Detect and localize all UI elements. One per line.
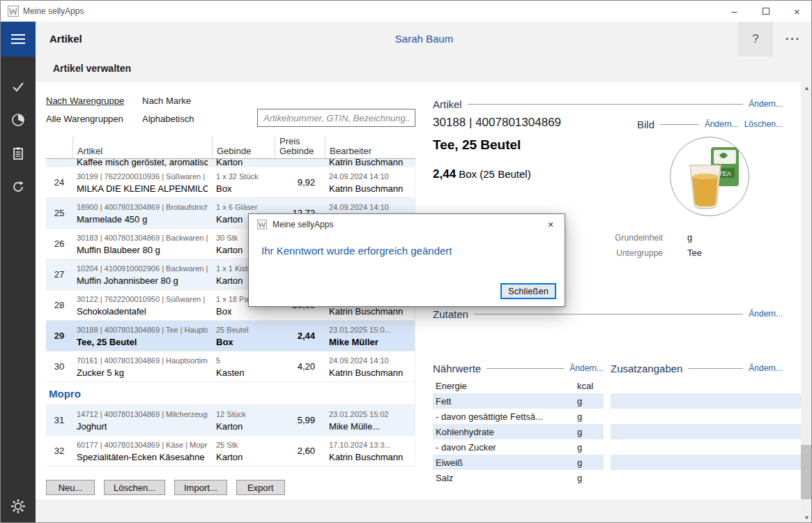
settings-gear-icon[interactable] (1, 492, 36, 520)
maximize-button[interactable] (750, 1, 781, 22)
table-row[interactable]: 3260177 | 4007801304869 | Käse | MoproSp… (46, 436, 415, 467)
table-row-partial[interactable]: Kaffee misch geröstet, aromatisch,... Ka… (46, 159, 415, 167)
artikel-aendern-link[interactable]: Ändern... (749, 99, 783, 109)
price-cell: 2,44 (275, 321, 325, 351)
gebinde-qty: 25 Stk (216, 439, 270, 450)
nutrient-unit: g (577, 411, 604, 422)
zusatz-row (611, 470, 801, 485)
chart-pie-icon[interactable] (1, 106, 36, 134)
row-number: 28 (46, 290, 72, 320)
message-dialog: Meine sellyApps × Ihr Kenntwort wurde er… (248, 213, 565, 307)
bild-aendern-link[interactable]: Ändern... (705, 119, 739, 129)
zusatz-row (611, 424, 801, 439)
sync-icon[interactable] (1, 173, 36, 201)
nutrient-unit: g (577, 396, 604, 407)
divider (474, 314, 743, 314)
minimize-button[interactable]: – (719, 1, 750, 22)
nutrient-label: - davon gesättigte Fettsä... (433, 411, 577, 422)
article-meta: 30122 | 7622200010950 | Süßwaren | Haup.… (77, 294, 208, 305)
tab-nach-warengruppe[interactable]: Nach Warengruppe (46, 94, 124, 108)
gebinde-unit: Box (216, 305, 270, 319)
delete-button[interactable]: Löschen... (104, 480, 165, 495)
hamburger-menu-icon[interactable] (1, 22, 36, 56)
help-button[interactable]: ? (738, 22, 773, 56)
edit-date: 17.10.2024 13:3... (329, 439, 411, 450)
scroll-up-icon[interactable]: ▲ (801, 82, 812, 94)
editor-name: Mike Müller (329, 335, 411, 349)
zusatz-row (611, 455, 801, 470)
user-name-link[interactable]: Sarah Baum (36, 22, 812, 56)
vertical-scrollbar[interactable]: ▲ ▼ (801, 82, 812, 523)
article-name: Joghurt (77, 420, 208, 434)
export-button[interactable]: Export (236, 480, 285, 495)
more-options-button[interactable]: ··· (778, 22, 809, 56)
price-cell: 2,60 (275, 436, 325, 466)
gebinde-cell: 25 BeutelBox (212, 321, 275, 351)
table-row[interactable]: 3070161 | 4007801304869 | Hauptsortiment… (46, 351, 415, 382)
section-artikel: Artikel Ändern... (433, 98, 783, 110)
section-bild: Bild Ändern... Löschen... (637, 118, 783, 130)
zusatz-row (611, 409, 801, 424)
zusatz-rows (611, 378, 801, 485)
section-bild-title: Bild (637, 119, 654, 130)
bild-loeschen-link[interactable]: Löschen... (744, 119, 783, 129)
gebinde-unit: Karton (216, 159, 270, 167)
nutrient-label: Kohlenhydrate (433, 427, 577, 437)
zutaten-aendern-link[interactable]: Ändern... (749, 309, 783, 319)
nutrient-row: - davon Zuckerg (433, 439, 604, 455)
row-number: 32 (46, 436, 72, 466)
scroll-down-icon[interactable]: ▼ (801, 512, 812, 523)
article-cell: 18900 | 4007801304869 | Brotaufstrich | … (72, 198, 212, 228)
article-name: Muffin Johannisbeer 80 g (77, 274, 208, 288)
article-image[interactable]: TEA (670, 137, 749, 216)
row-number: 24 (46, 167, 72, 197)
article-table-header: Artikel Gebinde PreisGebinde Bearbeiter (46, 137, 415, 159)
articles-clipboard-icon[interactable] (1, 139, 36, 167)
tab-nach-marke[interactable]: Nach Marke (142, 94, 191, 108)
new-button[interactable]: Neu... (46, 480, 95, 495)
article-meta: 60177 | 4007801304869 | Käse | Mopro (77, 439, 208, 450)
article-name: Marmelade 450 g (77, 213, 208, 227)
col-artikel[interactable]: Artikel (72, 137, 212, 158)
row-number: 29 (46, 321, 72, 351)
gebinde-qty: 1 x 32 Stück (216, 171, 270, 182)
editor-name: Katrin Buschmann (329, 182, 411, 196)
nutrient-unit: kcal (577, 381, 604, 391)
table-row[interactable]: 2930188 | 4007801304869 | Tee | Hauptsor… (46, 321, 415, 351)
dialog-schliessen-button[interactable]: Schließen (500, 283, 556, 299)
table-actions: Neu... Löschen... Import... Export (46, 480, 285, 495)
editor-cell: 24.09.2024 14:10Katrin Buschmann (325, 351, 415, 381)
nutrient-label: Eiweiß (433, 457, 577, 468)
editor-name: Mike Mülle... (329, 420, 411, 434)
tasks-check-icon[interactable] (1, 73, 36, 100)
table-row[interactable]: 3114712 | 4007801304869 | Milcherzeugnis… (46, 405, 415, 436)
import-button[interactable]: Import... (174, 480, 227, 495)
dialog-close-icon[interactable]: × (537, 214, 565, 235)
col-preis-gebinde[interactable]: PreisGebinde (275, 137, 325, 158)
filter-alphabetisch[interactable]: Alphabetisch (142, 112, 194, 126)
close-button[interactable]: × (781, 1, 812, 22)
naehrwerte-aendern-link[interactable]: Ändern... (569, 363, 604, 373)
price-cell: 4,20 (275, 351, 325, 381)
zusatzangaben-aendern-link[interactable]: Ändern... (749, 363, 783, 373)
search-input[interactable] (257, 109, 415, 127)
table-row[interactable]: 2430199 | 7622200010936 | Süßwaren | Hau… (46, 167, 415, 198)
article-cell: 70161 | 4007801304869 | HauptsortimentZu… (72, 351, 212, 381)
filter-alle-warengruppen[interactable]: Alle Warengruppen (46, 112, 123, 126)
article-meta: 10204 | 4100910002906 | Backwaren | Hau.… (77, 263, 208, 274)
article-name: Zucker 5 kg (77, 366, 208, 380)
col-gebinde[interactable]: Gebinde (212, 137, 275, 158)
grundeinheit-label: Grundeinheit (593, 232, 663, 244)
subheader: Artikel verwalten (36, 56, 812, 82)
dialog-message: Ihr Kenntwort wurde erforgreich geändert (261, 245, 452, 257)
article-meta: 30183 | 4007801304869 | Backwaren | Hau.… (77, 232, 208, 243)
col-bearbeiter[interactable]: Bearbeiter (325, 137, 415, 158)
dialog-titlebar: Meine sellyApps (249, 214, 565, 235)
untergruppe-value: Tee (687, 247, 702, 259)
col-preis-line1: Preis (279, 137, 314, 146)
window-title: Meine sellyApps (23, 1, 84, 22)
article-meta: 14712 | 4007801304869 | Milcherzeugnisse… (77, 409, 208, 420)
scrollbar-thumb[interactable] (801, 445, 812, 499)
article-name: Schokoladentafel (77, 305, 208, 319)
gebinde-qty: 5 (216, 355, 270, 366)
